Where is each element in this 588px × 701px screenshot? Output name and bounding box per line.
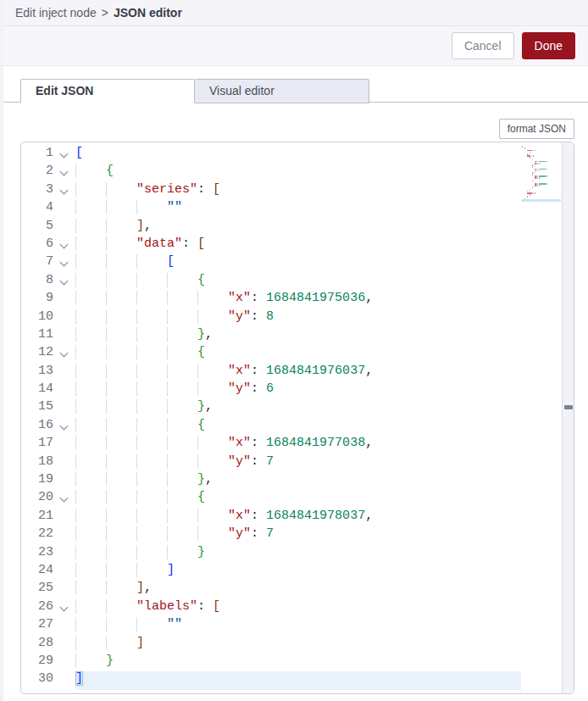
line-number: 25 [21,581,53,598]
code-line[interactable]: 4 "" [21,200,521,218]
line-number: 14 [21,381,53,399]
code-text[interactable]: }, [75,472,521,487]
code-line[interactable]: 27 "" [21,617,521,635]
breadcrumb-parent-link[interactable]: Edit inject node [15,6,97,19]
minimap[interactable] [522,146,561,202]
code-line[interactable]: 26 "labels": [ [21,599,521,617]
code-line[interactable]: 8 { [21,273,521,291]
line-number: 23 [21,545,53,563]
code-line[interactable]: 17 "x": 1684841977038, [21,436,521,453]
code-line[interactable]: 25 ], [21,581,521,598]
format-json-button[interactable]: format JSON [499,119,574,139]
fold-toggle-chevron-down-icon[interactable] [53,146,75,164]
fold-toggle-chevron-down-icon[interactable] [53,599,75,617]
gutter: 28 [21,636,75,654]
code-line[interactable]: 14 "y": 6 [21,381,521,399]
code-line[interactable]: 21 "x": 1684841978037, [21,509,521,526]
code-line[interactable]: 18 "y": 7 [21,454,521,472]
code-text[interactable]: "" [75,200,521,214]
line-number: 11 [21,327,53,345]
code-text[interactable]: "y": 8 [75,309,521,324]
code-line[interactable]: 7 [ [21,254,521,272]
code-line[interactable]: 24 ] [21,563,521,581]
code-text[interactable]: "y": 7 [75,454,521,469]
code-text[interactable]: } [75,545,521,559]
code-line[interactable]: 16 { [21,418,521,436]
gutter: 5 [21,219,75,236]
gutter: 24 [21,563,75,581]
json-code-editor[interactable]: 1[2 {3 "series": [4 ""5 ],6 "data": [7 [… [20,142,574,694]
code-line[interactable]: 29 } [21,654,521,671]
code-line[interactable]: 6 "data": [ [21,236,521,254]
code-line[interactable]: 12 { [21,345,521,363]
gutter: 1 [21,146,75,164]
code-line[interactable]: 15 }, [21,399,521,417]
code-line[interactable]: 22 "y": 7 [21,526,521,544]
code-text[interactable]: }, [75,399,521,414]
fold-toggle-chevron-down-icon[interactable] [53,490,75,508]
fold-toggle-chevron-down-icon[interactable] [53,236,75,254]
code-text[interactable]: ], [75,219,521,233]
code-line[interactable]: 10 "y": 8 [21,309,521,327]
tab-edit-json[interactable]: Edit JSON [20,79,195,103]
code-text[interactable]: ], [75,581,521,595]
gutter: 19 [21,472,75,490]
code-text[interactable]: "labels": [ [75,599,521,614]
tab-visual-editor[interactable]: Visual editor [195,79,369,103]
fold-toggle-chevron-down-icon[interactable] [53,345,75,363]
code-text[interactable]: { [75,164,521,178]
cancel-button[interactable]: Cancel [452,32,514,59]
code-line[interactable]: 5 ], [21,219,521,236]
fold-toggle-chevron-down-icon[interactable] [53,182,75,200]
code-text[interactable]: [ [75,254,521,269]
gutter: 23 [21,545,75,563]
line-number: 16 [21,418,53,436]
fold-toggle-chevron-down-icon[interactable] [53,273,75,291]
code-line[interactable]: 3 "series": [ [21,182,521,200]
code-text[interactable]: ] [75,636,521,650]
code-text[interactable]: { [75,490,521,504]
code-text[interactable]: "y": 7 [75,526,521,541]
code-text[interactable]: "x": 1684841978037, [75,509,521,523]
code-text[interactable]: { [75,418,521,432]
line-number: 18 [21,454,53,472]
code-line[interactable]: 23 } [21,545,521,563]
code-line[interactable]: 2 { [21,164,521,181]
code-text[interactable]: } [75,654,521,668]
scrollbar-thumb[interactable] [564,405,573,409]
code-line[interactable]: 28 ] [21,636,521,654]
code-line[interactable]: 9 "x": 1684841975036, [21,291,521,309]
fold-toggle-chevron-down-icon[interactable] [53,164,75,181]
code-text[interactable]: "series": [ [75,182,521,197]
code-text[interactable]: [ [75,146,521,160]
code-text[interactable]: "x": 1684841975036, [75,291,521,305]
code-line[interactable]: 1[ [21,146,521,164]
code-text[interactable]: ] [75,671,521,686]
fold-toggle-chevron-down-icon[interactable] [53,254,75,272]
code-line[interactable]: 13 "x": 1684841976037, [21,364,521,381]
dialog-action-bar: Cancel Done [3,26,588,66]
gutter: 27 [21,617,75,635]
code-text[interactable]: "x": 1684841977038, [75,436,521,450]
code-line[interactable]: 20 { [21,490,521,508]
line-number: 26 [21,599,53,617]
code-text[interactable]: }, [75,327,521,342]
gutter: 13 [21,364,75,381]
code-text[interactable]: "y": 6 [75,381,521,396]
done-button[interactable]: Done [522,32,575,59]
code-line[interactable]: 11 }, [21,327,521,345]
code-line[interactable]: 30] [21,671,521,689]
line-number: 13 [21,364,53,381]
code-text[interactable]: "x": 1684841976037, [75,364,521,378]
code-line[interactable]: 19 }, [21,472,521,490]
gutter: 9 [21,291,75,309]
code-text[interactable]: "data": [ [75,236,521,251]
code-text[interactable]: "" [75,617,521,631]
fold-toggle-chevron-down-icon[interactable] [53,418,75,436]
code-text[interactable]: { [75,345,521,359]
scrollbar-track[interactable] [562,142,574,693]
code-text[interactable]: ] [75,563,521,577]
line-number: 5 [21,219,53,236]
fold-spacer [53,364,75,381]
code-text[interactable]: { [75,273,521,287]
